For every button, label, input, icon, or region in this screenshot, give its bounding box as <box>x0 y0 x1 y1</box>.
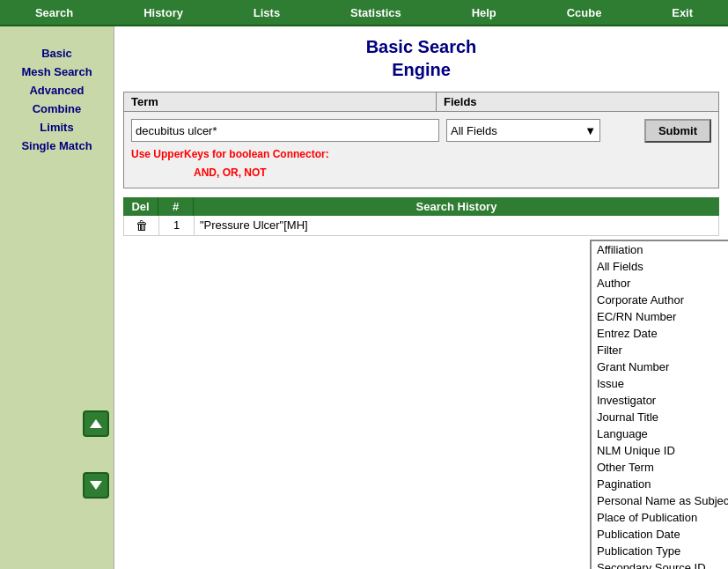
dropdown-option[interactable]: Author <box>592 275 728 292</box>
dropdown-option[interactable]: Entrez Date <box>592 325 728 342</box>
dropdown-option[interactable]: Publication Type <box>592 543 728 559</box>
hint-submit-area: Use UpperKeys for boolean Connector: AND… <box>131 147 329 181</box>
sidebar-mesh[interactable]: Mesh Search <box>17 63 96 81</box>
fields-column-header: Fields <box>437 92 484 111</box>
boolean-hint-line2: AND, OR, NOT <box>194 166 267 181</box>
history-col-del: Del <box>123 197 158 216</box>
boolean-hint-line1: Use UpperKeys for boolean Connector: <box>131 147 329 162</box>
nav-statistics[interactable]: Statistics <box>342 3 410 23</box>
term-input[interactable] <box>131 119 439 142</box>
history-header: Del # Search History <box>123 197 719 216</box>
dropdown-option[interactable]: Issue <box>592 375 728 392</box>
scroll-down-button[interactable] <box>83 472 109 499</box>
top-nav: SearchHistoryListsStatisticsHelpCcubeExi… <box>0 0 728 26</box>
fields-select-display[interactable]: All Fields ▼ <box>446 119 600 142</box>
dropdown-option[interactable]: Affiliation <box>592 241 728 258</box>
sidebar-single-match[interactable]: Single Match <box>17 137 96 155</box>
history-section: Del # Search History 🗑 1 "Pressure Ulcer… <box>123 197 719 236</box>
scroll-up-button[interactable] <box>83 410 109 437</box>
nav-history[interactable]: History <box>135 3 192 23</box>
dropdown-option[interactable]: Language <box>592 425 728 442</box>
search-header: Term Fields <box>123 92 719 112</box>
sidebar-limits[interactable]: Limits <box>17 118 96 137</box>
dropdown-option[interactable]: Personal Name as Subject <box>592 492 728 509</box>
nav-ccube[interactable]: Ccube <box>558 3 611 23</box>
dropdown-option[interactable]: Grant Number <box>592 358 728 375</box>
dropdown-option[interactable]: Secondary Source ID <box>592 559 728 569</box>
dropdown-option[interactable]: EC/RN Number <box>592 308 728 325</box>
history-row-num: 1 <box>159 216 195 235</box>
nav-lists[interactable]: Lists <box>245 3 289 23</box>
submit-button[interactable]: Submit <box>644 119 711 143</box>
dropdown-option[interactable]: Investigator <box>592 392 728 409</box>
dropdown-option[interactable]: Journal Title <box>592 409 728 425</box>
search-input-area: Use UpperKeys for boolean Connector: AND… <box>123 112 719 188</box>
page-title: Basic Search Engine <box>123 35 719 81</box>
nav-search[interactable]: Search <box>26 3 82 23</box>
sidebar-combine[interactable]: Combine <box>17 100 96 118</box>
trash-icon: 🗑 <box>136 218 148 233</box>
dropdown-option[interactable]: Place of Publication <box>592 509 728 526</box>
history-delete-btn[interactable]: 🗑 <box>124 216 159 235</box>
dropdown-option[interactable]: Pagination <box>592 476 728 492</box>
fields-selected-value: All Fields <box>451 124 497 137</box>
dropdown-option[interactable]: Filter <box>592 342 728 358</box>
term-column-header: Term <box>124 92 437 111</box>
history-col-query: Search History <box>194 197 719 216</box>
sidebar-basic[interactable]: Basic <box>17 44 96 63</box>
dropdown-option[interactable]: Publication Date <box>592 526 728 543</box>
sidebar: BasicMesh SearchAdvancedCombineLimitsSin… <box>0 26 114 569</box>
nav-exit[interactable]: Exit <box>663 3 702 23</box>
history-row-query: "Pressure Ulcer"[MH] <box>195 216 718 235</box>
dropdown-option[interactable]: All Fields <box>592 258 728 275</box>
svg-marker-0 <box>90 419 102 428</box>
dropdown-arrow-icon: ▼ <box>585 124 596 137</box>
sidebar-arrows <box>83 410 109 499</box>
history-row: 🗑 1 "Pressure Ulcer"[MH] <box>123 216 719 236</box>
history-col-num: # <box>158 197 194 216</box>
dropdown-option[interactable]: NLM Unique ID <box>592 442 728 459</box>
svg-marker-1 <box>90 481 102 490</box>
fields-dropdown[interactable]: AffiliationAll FieldsAuthorCorporate Aut… <box>590 240 728 569</box>
main-content: Basic Search Engine Term Fields Use Uppe… <box>114 26 728 569</box>
nav-help[interactable]: Help <box>463 3 505 23</box>
dropdown-option[interactable]: Other Term <box>592 459 728 476</box>
dropdown-option[interactable]: Corporate Author <box>592 292 728 308</box>
sidebar-advanced[interactable]: Advanced <box>17 81 96 100</box>
